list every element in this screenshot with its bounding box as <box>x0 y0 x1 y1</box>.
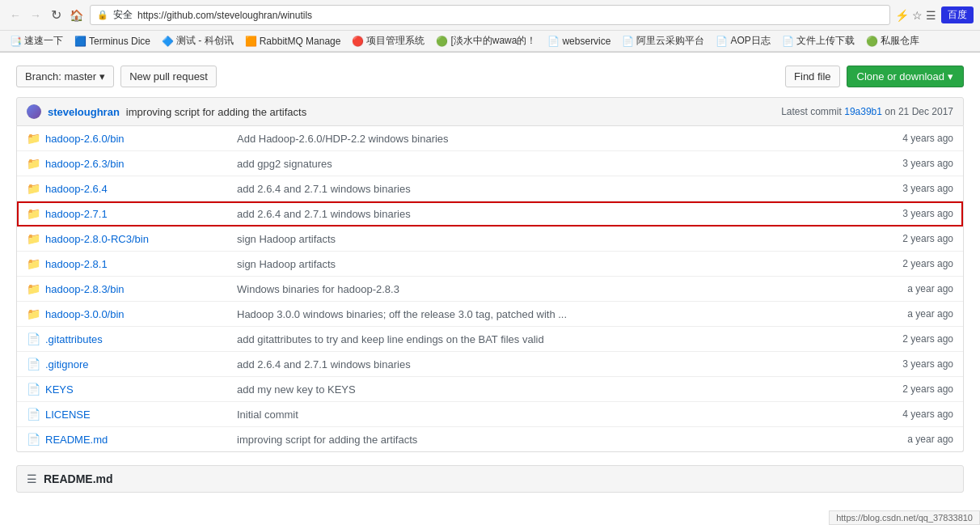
file-icon: 📄 <box>27 332 40 345</box>
file-name-cell: 📁 hadoop-3.0.0/bin <box>17 302 227 326</box>
bookmark-item-6[interactable]: 📄webservice <box>544 35 614 48</box>
clone-or-download-button[interactable]: Clone or download ▾ <box>847 66 964 87</box>
table-row: 📁 hadoop-2.6.3/bin add gpg2 signatures 3… <box>17 151 963 176</box>
avatar-image <box>27 104 41 119</box>
branch-label: Branch: master <box>25 70 96 83</box>
star-icon[interactable]: ☆ <box>912 9 923 22</box>
file-time-cell: 3 years ago <box>882 177 963 200</box>
bookmark-item-0[interactable]: 📑速速一下 <box>6 33 66 49</box>
bookmark-icon-4: 🔴 <box>352 36 364 47</box>
file-name-cell: 📄 .gitignore <box>17 352 227 376</box>
bookmark-icon-5: 🟢 <box>436 36 448 47</box>
home-button[interactable]: 🏠 <box>67 6 85 24</box>
bookmark-label-5: [淡水中的wawa的！ <box>450 34 536 48</box>
file-commit-cell: sign Hadoop artifacts <box>227 227 882 251</box>
table-row: 📁 hadoop-2.8.3/bin Windows binaries for … <box>17 277 963 302</box>
file-time-cell: 4 years ago <box>882 403 963 426</box>
bookmark-item-7[interactable]: 📄阿里云采购平台 <box>619 33 708 49</box>
table-row: 📄 README.md improving script for adding … <box>17 427 963 451</box>
file-link[interactable]: KEYS <box>45 383 74 396</box>
file-time-cell: 2 years ago <box>882 328 963 350</box>
find-file-button[interactable]: Find file <box>785 66 840 87</box>
forward-button[interactable]: → <box>27 6 44 24</box>
bookmark-icon-9: 📄 <box>782 36 794 47</box>
file-link[interactable]: hadoop-2.6.0/bin <box>45 133 125 145</box>
bookmark-label-3: RabbitMQ Manage <box>260 36 341 47</box>
clone-dropdown-icon: ▾ <box>948 70 953 83</box>
bookmark-item-2[interactable]: 🔷测试 - 科创讯 <box>158 33 237 49</box>
file-link[interactable]: hadoop-2.8.3/bin <box>45 283 125 295</box>
readme-title: README.md <box>44 472 113 485</box>
bookmark-item-8[interactable]: 📄AOP日志 <box>712 33 773 49</box>
file-time-cell: a year ago <box>882 428 963 451</box>
file-link[interactable]: hadoop-2.7.1 <box>45 208 108 220</box>
bookmark-label-1: Terminus Dice <box>89 36 150 47</box>
bookmark-label-7: 阿里云采购平台 <box>636 34 704 48</box>
lightning-icon[interactable]: ⚡ <box>895 9 909 22</box>
new-pull-request-button[interactable]: New pull request <box>120 66 217 87</box>
commit-author[interactable]: steveloughran <box>48 106 120 118</box>
menu-icon[interactable]: ☰ <box>926 9 936 22</box>
table-row: 📄 .gitignore add 2.6.4 and 2.7.1 windows… <box>17 352 963 377</box>
file-name-cell: 📄 README.md <box>17 427 227 451</box>
security-icon: 🔒 <box>97 10 108 20</box>
table-row: 📄 .gitattributes add gitattributes to tr… <box>17 327 963 352</box>
file-link[interactable]: hadoop-2.8.0-RC3/bin <box>45 233 149 245</box>
bookmark-icon-8: 📄 <box>716 36 728 47</box>
table-row: 📁 hadoop-2.7.1 add 2.6.4 and 2.7.1 windo… <box>17 201 963 227</box>
file-commit-cell: add 2.6.4 and 2.7.1 windows binaries <box>227 202 882 226</box>
file-icon: 📄 <box>27 358 40 370</box>
folder-icon: 📁 <box>27 232 40 245</box>
bookmark-icon-7: 📄 <box>622 36 634 47</box>
commit-sha[interactable]: 19a39b1 <box>844 106 882 117</box>
file-time-cell: 3 years ago <box>882 353 963 375</box>
file-link[interactable]: hadoop-2.6.3/bin <box>45 158 125 170</box>
file-commit-cell: add gpg2 signatures <box>227 152 882 176</box>
nav-buttons: ← → ↻ 🏠 <box>6 6 85 24</box>
toolbar-left: Branch: master ▾ New pull request <box>16 66 217 87</box>
table-row: 📁 hadoop-2.8.0-RC3/bin sign Hadoop artif… <box>17 227 963 252</box>
file-commit-cell: add 2.6.4 and 2.7.1 windows binaries <box>227 177 882 201</box>
file-icon: 📄 <box>27 383 40 396</box>
github-page: Branch: master ▾ New pull request Find f… <box>0 53 980 506</box>
address-bar[interactable]: 🔒 安全 https://github.com/steveloughran/wi… <box>90 5 890 25</box>
branch-selector[interactable]: Branch: master ▾ <box>16 66 114 87</box>
file-name-cell: 📄 KEYS <box>17 377 227 401</box>
file-link[interactable]: .gitignore <box>45 358 88 370</box>
bookmark-item-10[interactable]: 🟢私服仓库 <box>863 33 923 49</box>
table-row: 📁 hadoop-2.6.4 add 2.6.4 and 2.7.1 windo… <box>17 176 963 201</box>
bookmark-icon-3: 🟧 <box>245 36 257 47</box>
toolbar-right: Find file Clone or download ▾ <box>785 66 964 87</box>
bookmarks-bar: 📑速速一下🟦Terminus Dice🔷测试 - 科创讯🟧RabbitMQ Ma… <box>0 31 980 52</box>
bookmark-item-4[interactable]: 🔴项目管理系统 <box>348 33 428 49</box>
bookmark-item-5[interactable]: 🟢[淡水中的wawa的！ <box>433 33 539 49</box>
browser-toolbar: ← → ↻ 🏠 🔒 安全 https://github.com/stevelou… <box>0 0 980 31</box>
reload-button[interactable]: ↻ <box>47 6 65 24</box>
back-button[interactable]: ← <box>6 6 24 24</box>
bookmark-label-9: 文件上传下载 <box>796 34 855 48</box>
bookmark-label-6: webservice <box>562 36 610 47</box>
repo-toolbar: Branch: master ▾ New pull request Find f… <box>16 66 964 87</box>
file-icon: 📄 <box>27 433 40 446</box>
clone-label: Clone or download <box>857 70 944 83</box>
table-row: 📁 hadoop-3.0.0/bin Hadoop 3.0.0 windows … <box>17 302 963 327</box>
file-link[interactable]: .gitattributes <box>45 333 103 345</box>
bookmark-label-8: AOP日志 <box>730 34 770 48</box>
file-link[interactable]: README.md <box>45 434 108 446</box>
table-row: 📄 LICENSE Initial commit 4 years ago <box>17 402 963 427</box>
search-engine-button[interactable]: 百度 <box>941 6 974 23</box>
folder-icon: 📁 <box>27 307 40 320</box>
file-link[interactable]: hadoop-2.8.1 <box>45 258 108 270</box>
file-link[interactable]: LICENSE <box>45 409 91 421</box>
file-icon: 📄 <box>27 408 40 421</box>
bookmark-item-9[interactable]: 📄文件上传下载 <box>779 33 858 49</box>
bookmark-icon-2: 🔷 <box>162 36 174 47</box>
folder-icon: 📁 <box>27 157 40 170</box>
bookmark-item-3[interactable]: 🟧RabbitMQ Manage <box>242 35 344 48</box>
bookmark-item-1[interactable]: 🟦Terminus Dice <box>71 35 154 48</box>
table-row: 📁 hadoop-2.6.0/bin Add Hadoop-2.6.0/HDP-… <box>17 126 963 151</box>
file-link[interactable]: hadoop-3.0.0/bin <box>45 308 125 320</box>
commit-message: improving script for adding the artifact… <box>126 106 306 118</box>
file-time-cell: 2 years ago <box>882 252 963 275</box>
file-link[interactable]: hadoop-2.6.4 <box>45 183 108 195</box>
